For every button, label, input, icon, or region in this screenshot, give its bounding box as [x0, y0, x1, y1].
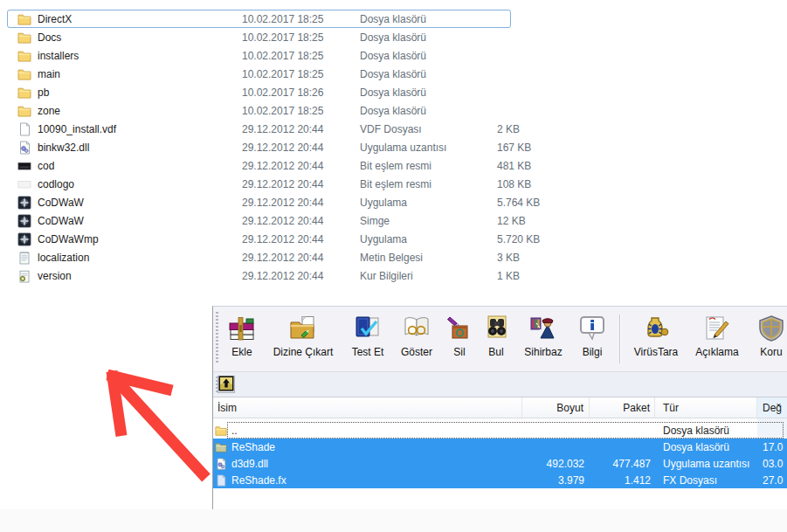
file-name: codlogo [38, 178, 74, 190]
file-size: 5.764 KB [497, 197, 542, 209]
file-date: 29.12.2012 20:44 [242, 142, 360, 154]
archive-packed: 477.487 [590, 458, 655, 470]
file-date: 10.02.2017 18:25 [242, 31, 360, 44]
folder-up-icon [218, 376, 234, 394]
archive-type: FX Dosyası [655, 474, 757, 487]
protect-shield-icon [756, 313, 786, 344]
file-name: pb [38, 86, 49, 99]
toolbar-button-delete-box[interactable]: Sil [442, 313, 477, 358]
archive-modified: 27.0 [757, 474, 787, 487]
toolbar-button-label: Ekle [231, 346, 252, 358]
archive-modified: 17.0 [757, 441, 787, 453]
file-date: 29.12.2012 20:44 [242, 197, 360, 209]
file-name: main [38, 68, 60, 80]
column-header-packed[interactable]: Paket [590, 397, 655, 418]
add-books-icon [227, 313, 257, 344]
file-name-cell: 10090_install.vdf [17, 122, 242, 136]
file-row[interactable]: main10.02.2017 18:25Dosya klasörü [7, 65, 511, 83]
up-one-level-button[interactable] [217, 376, 235, 393]
file-name-cell: cod [17, 159, 242, 173]
file-name-cell: codlogo [17, 177, 242, 191]
file-row[interactable]: codlogo29.12.2012 20:44Bit eşlem resmi10… [7, 175, 511, 193]
file-name-cell: zone [17, 104, 242, 118]
toolbar-button-add-books[interactable]: Ekle [222, 313, 262, 358]
column-header-type[interactable]: Tür [655, 397, 757, 418]
file-type: Uygulama uzantısı [360, 142, 497, 154]
column-header-size[interactable]: Boyut [522, 397, 590, 418]
file-row[interactable]: 10090_install.vdf29.12.2012 20:44VDF Dos… [7, 120, 511, 138]
archive-name-cell: d3d9.dll [213, 458, 522, 470]
toolbar-button-comment-note[interactable]: Açıklama [686, 313, 749, 358]
archive-name: d3d9.dll [231, 458, 268, 470]
file-row[interactable]: CoDWaWmp29.12.2012 20:44Uygulama5.720 KB [7, 230, 511, 248]
file-name: localization [38, 252, 89, 264]
archive-modified: 03.0 [757, 458, 787, 470]
delete-box-icon [445, 313, 474, 344]
file-row[interactable]: version29.12.2012 20:44Kur Bilgileri1 KB [7, 266, 511, 285]
archive-row[interactable]: d3d9.dll492.032477.487Uygulama uzantısı0… [213, 455, 787, 472]
toolbar-button-extract-folder[interactable]: Dizine Çıkart [262, 313, 344, 358]
file-type: Simge [360, 215, 497, 227]
file-name-cell: CoDWaW [17, 196, 242, 210]
file-row[interactable]: zone10.02.2017 18:25Dosya klasörü [7, 101, 511, 120]
toolbar-gripper [216, 312, 218, 364]
folder-icon [215, 425, 227, 437]
column-header-name[interactable]: İsim [213, 397, 522, 418]
folder-icon [17, 104, 31, 118]
dll-icon [17, 141, 31, 155]
file-size: 12 KB [497, 215, 528, 227]
find-binoculars-icon [481, 313, 511, 344]
file-date: 29.12.2012 20:44 [242, 178, 360, 190]
archive-size: 3.979 [522, 474, 590, 487]
file-name: binkw32.dll [38, 142, 89, 154]
file-name-cell: binkw32.dll [17, 141, 242, 155]
archive-row[interactable]: ReShade.fx3.9791.412FX Dosyası27.0 [213, 472, 787, 488]
folder-icon [17, 12, 31, 26]
winrar-window: EkleDizine ÇıkartTest EtGösterSilBulSihi… [212, 306, 787, 509]
file-row[interactable]: CoDWaW29.12.2012 20:44Uygulama5.764 KB [7, 193, 511, 211]
archive-name-cell: .. [213, 425, 522, 437]
file-size: 481 KB [497, 160, 533, 172]
file-name: CoDWaW [38, 197, 84, 209]
file-type: VDF Dosyası [360, 123, 497, 135]
toolbar-button-virus-scan[interactable]: VirüsTara [626, 313, 686, 358]
file-row[interactable]: cod29.12.2012 20:44Bit eşlem resmi481 KB [7, 156, 511, 175]
winrar-toolbar: EkleDizine ÇıkartTest EtGösterSilBulSihi… [213, 307, 787, 372]
archive-row[interactable]: ..Dosya klasörü [213, 422, 787, 439]
file-name: CoDWaW [38, 215, 84, 227]
file-type: Dosya klasörü [360, 68, 497, 80]
toolbar-button-test-book[interactable]: Test Et [344, 313, 391, 358]
file-name-cell: CoDWaW [17, 214, 242, 228]
file-name-cell: installers [17, 49, 242, 63]
file-row[interactable]: localization29.12.2012 20:44Metin Belges… [7, 248, 511, 266]
file-name-cell: DirectX [17, 12, 242, 26]
archive-row[interactable]: ReShadeDosya klasörü17.0 [213, 439, 787, 455]
file-date: 10.02.2017 18:25 [242, 50, 360, 62]
file-row[interactable]: Docs10.02.2017 18:25Dosya klasörü [7, 28, 511, 46]
file-name: zone [38, 105, 60, 117]
file-row[interactable]: CoDWaW29.12.2012 20:44Simge12 KB [7, 211, 511, 230]
archive-packed: 1.412 [590, 474, 655, 487]
toolbar-button-wizard[interactable]: Sihirbaz [515, 313, 571, 358]
toolbar-button-find-binoculars[interactable]: Bul [477, 313, 515, 358]
file-type: Uygulama [360, 233, 497, 245]
column-header-modified[interactable]: Değ [757, 397, 787, 418]
toolbar-button-view-book[interactable]: Göster [391, 313, 442, 358]
toolbar-button-info-bubble[interactable]: Bilgi [571, 313, 613, 358]
file-name: installers [38, 50, 79, 62]
toolbar-button-label: Göster [401, 346, 432, 358]
view-book-icon [402, 313, 431, 344]
file-row[interactable]: binkw32.dll29.12.2012 20:44Uygulama uzan… [7, 138, 511, 156]
file-name-cell: version [17, 269, 242, 283]
file-row[interactable]: installers10.02.2017 18:25Dosya klasörü [7, 46, 511, 65]
archive-size: 492.032 [522, 458, 590, 470]
folder-icon [17, 31, 31, 45]
file-size: 5.720 KB [497, 233, 542, 245]
file-row[interactable]: DirectX10.02.2017 18:25Dosya klasörü [7, 10, 511, 28]
toolbar-button-label: Test Et [352, 346, 384, 358]
file-type: Dosya klasörü [360, 13, 497, 25]
toolbar-button-protect-shield[interactable]: Koru [749, 313, 787, 358]
file-date: 29.12.2012 20:44 [242, 160, 360, 172]
folder-icon [17, 49, 31, 63]
file-row[interactable]: pb10.02.2017 18:26Dosya klasörü [7, 83, 511, 101]
